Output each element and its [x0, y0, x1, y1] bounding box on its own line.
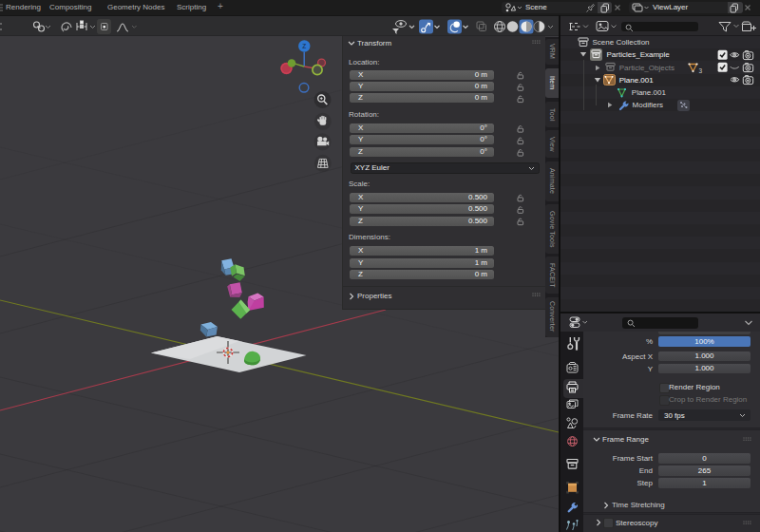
- svg-text:Z: Z: [302, 43, 306, 49]
- svg-text:3: 3: [699, 67, 703, 74]
